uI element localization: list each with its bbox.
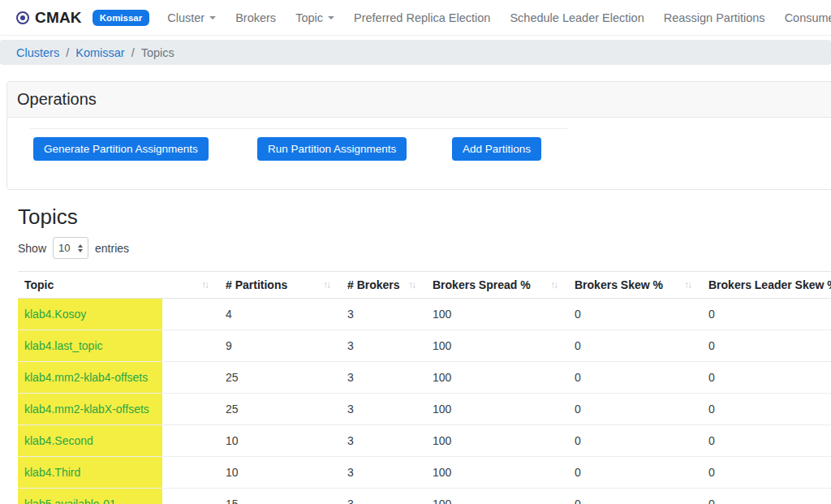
partitions-cell: 9: [219, 330, 341, 362]
sort-icon: ↑↓: [201, 279, 208, 291]
brokers-leader-skew-cell: 0: [702, 362, 831, 394]
chevron-down-icon: [209, 16, 216, 19]
brand[interactable]: CMAK: [16, 9, 82, 27]
brokers-leader-skew-cell: 0: [702, 330, 831, 362]
topics-section: Topics Show 10 entries Topic↑↓ # Partiti…: [0, 205, 831, 504]
brokers-cell: 3: [341, 425, 426, 457]
breadcrumb-clusters-link[interactable]: Clusters: [16, 46, 59, 59]
topic-cell: klab4.Kosoy: [18, 299, 219, 330]
topic-cell: klab4.mm2-klab4-offsets: [18, 362, 219, 394]
brokers-cell: 3: [341, 299, 426, 330]
page-size-control: Show 10 entries: [18, 237, 831, 259]
navbar: CMAK Komissar Cluster Brokers Topic Pref…: [0, 0, 831, 36]
col-topic[interactable]: Topic↑↓: [18, 272, 219, 299]
sort-icon: ↑↓: [408, 279, 415, 291]
partitions-cell: 25: [219, 394, 341, 425]
table-header-row: Topic↑↓ # Partitions↑↓ # Brokers↑↓ Broke…: [18, 272, 831, 299]
nav-topic-label: Topic: [295, 11, 323, 24]
topic-cell: klab4.mm2-klabX-offsets: [18, 394, 219, 425]
brokers-skew-cell: 0: [568, 457, 702, 489]
breadcrumb-separator: /: [131, 46, 135, 59]
brokers-leader-skew-cell: 0: [702, 299, 831, 330]
partitions-cell: 15: [219, 489, 341, 504]
topic-highlight: klab5.available-01: [18, 489, 162, 504]
col-brokers-skew-label: Brokers Skew %: [575, 278, 663, 291]
topic-cell: klab4.Third: [18, 457, 219, 489]
cmak-logo-icon: [16, 11, 29, 24]
topic-link[interactable]: klab5.available-01: [24, 498, 116, 504]
breadcrumb-cluster-link[interactable]: Komissar: [75, 46, 124, 59]
col-brokers-spread[interactable]: Brokers Spread %↑↓: [426, 272, 568, 299]
col-brokers-leader-skew[interactable]: Brokers Leader Skew %: [702, 272, 831, 299]
nav-topic[interactable]: Topic: [286, 11, 344, 24]
topic-highlight: klab4.Second: [18, 425, 162, 456]
operations-panel-body: Generate Partition Assignments Run Parti…: [7, 118, 831, 189]
breadcrumb-separator: /: [66, 46, 69, 59]
nav-consumers[interactable]: Consumers: [775, 11, 831, 24]
table-row: klab4.last_topic 9 3 100 0 0: [18, 330, 831, 362]
nav-cluster[interactable]: Cluster: [157, 11, 226, 24]
nav-schedule-leader-election-label: Schedule Leader Election: [510, 11, 644, 24]
page-size-select[interactable]: 10: [53, 237, 88, 259]
topic-link[interactable]: klab4.Kosoy: [24, 308, 86, 321]
col-partitions-label: # Partitions: [226, 278, 287, 291]
sort-icon: ↑↓: [323, 279, 329, 291]
topic-highlight: klab4.Third: [18, 457, 162, 488]
topic-link[interactable]: klab4.mm2-klab4-offsets: [24, 371, 148, 384]
nav-consumers-label: Consumers: [785, 11, 831, 24]
sort-down-arrow: ↓: [687, 279, 691, 291]
col-topic-label: Topic: [24, 278, 54, 291]
brokers-spread-cell: 100: [426, 489, 568, 504]
brokers-cell: 3: [341, 489, 426, 504]
topic-cell: klab4.last_topic: [18, 330, 219, 362]
run-partition-assignments-button[interactable]: Run Partition Assignments: [257, 137, 407, 161]
main-nav: Cluster Brokers Topic Preferred Replica …: [157, 11, 831, 24]
partitions-cell: 10: [219, 425, 341, 457]
topics-table: Topic↑↓ # Partitions↑↓ # Brokers↑↓ Broke…: [18, 271, 831, 504]
brokers-skew-cell: 0: [568, 394, 702, 425]
col-partitions[interactable]: # Partitions↑↓: [219, 272, 341, 299]
brokers-skew-cell: 0: [568, 330, 702, 362]
topic-highlight: klab4.mm2-klabX-offsets: [18, 394, 162, 424]
brokers-spread-cell: 100: [426, 425, 568, 457]
topic-link[interactable]: klab4.mm2-klabX-offsets: [24, 403, 149, 416]
brokers-leader-skew-cell: 0: [702, 425, 831, 457]
topic-cell: klab4.Second: [18, 425, 219, 457]
sort-down-arrow: ↓: [326, 279, 329, 291]
brokers-skew-cell: 0: [568, 362, 702, 394]
nav-reassign-partitions[interactable]: Reassign Partitions: [654, 11, 775, 24]
brokers-cell: 3: [341, 330, 426, 362]
partitions-cell: 10: [219, 457, 341, 489]
operations-panel-header: Operations: [7, 82, 831, 118]
topic-link[interactable]: klab4.Second: [24, 434, 93, 447]
col-brokers-spread-label: Brokers Spread %: [433, 278, 531, 291]
brokers-spread-cell: 100: [426, 299, 568, 330]
generate-partition-assignments-button[interactable]: Generate Partition Assignments: [33, 137, 209, 161]
topic-link[interactable]: klab4.Third: [24, 466, 80, 479]
topic-link[interactable]: klab4.last_topic: [24, 339, 103, 352]
col-brokers[interactable]: # Brokers↑↓: [341, 272, 426, 299]
nav-preferred-replica-election[interactable]: Preferred Replica Election: [344, 11, 500, 24]
brokers-leader-skew-cell: 0: [702, 394, 831, 425]
nav-schedule-leader-election[interactable]: Schedule Leader Election: [500, 11, 653, 24]
nav-brokers[interactable]: Brokers: [226, 11, 286, 24]
cluster-badge[interactable]: Komissar: [93, 10, 149, 26]
chevron-down-icon: [328, 16, 334, 19]
brokers-cell: 3: [341, 394, 426, 425]
brokers-leader-skew-cell: 0: [702, 489, 831, 504]
table-row: klab4.Second 10 3 100 0 0: [18, 425, 831, 457]
nav-preferred-replica-election-label: Preferred Replica Election: [354, 11, 490, 24]
col-brokers-skew[interactable]: Brokers Skew %↑↓: [568, 272, 702, 299]
nav-reassign-partitions-label: Reassign Partitions: [664, 11, 765, 24]
entries-label: entries: [95, 242, 129, 255]
cmak-logo-dot: [20, 15, 25, 20]
sort-down-arrow: ↓: [205, 279, 208, 291]
topic-highlight: klab4.mm2-klab4-offsets: [18, 362, 162, 393]
show-label: Show: [18, 242, 46, 255]
table-row: klab4.Kosoy 4 3 100 0 0: [18, 299, 831, 330]
brokers-skew-cell: 0: [568, 425, 702, 457]
breadcrumb-current-page: Topics: [141, 46, 174, 59]
topic-highlight: klab4.Kosoy: [18, 299, 162, 330]
add-partitions-button[interactable]: Add Partitions: [452, 137, 541, 161]
operations-panel: Operations Generate Partition Assignment…: [6, 81, 831, 190]
